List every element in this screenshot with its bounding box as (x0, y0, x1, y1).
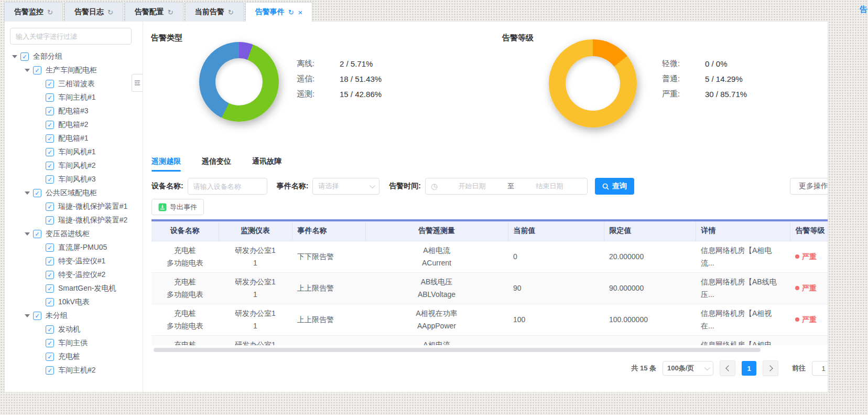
tree-node-车间风机#3[interactable]: ✓车间风机#3 (10, 173, 143, 186)
checkbox[interactable]: ✓ (46, 134, 54, 143)
checkbox[interactable]: ✓ (46, 175, 54, 184)
caret-down-icon[interactable] (12, 55, 17, 58)
table-row[interactable]: 充电桩多功能电表研发办公室11上上限告警A相视在功率AAppPower10010… (151, 304, 828, 335)
next-page-button[interactable] (763, 360, 778, 376)
subtab-通讯故障[interactable]: 通讯故障 (252, 157, 281, 172)
refresh-icon[interactable]: ↻ (168, 8, 173, 16)
tab-label: 告警日志 (74, 7, 104, 17)
refresh-icon[interactable]: ↻ (228, 8, 234, 16)
checkbox[interactable]: ✓ (46, 353, 54, 361)
checkbox[interactable]: ✓ (46, 107, 54, 115)
page-number-button[interactable]: 1 (742, 361, 756, 376)
end-date-placeholder[interactable]: 结束日期 (517, 182, 582, 191)
tree-node-车间主供[interactable]: ✓车间主供 (10, 336, 143, 350)
subtab-遥信变位[interactable]: 遥信变位 (202, 157, 231, 172)
tree-node-未分组[interactable]: ✓未分组 (10, 309, 143, 323)
checkbox[interactable]: ✓ (46, 257, 54, 265)
event-name-select[interactable]: 请选择 (312, 178, 379, 195)
caret-down-icon[interactable] (25, 191, 30, 195)
refresh-icon[interactable]: ↻ (47, 8, 53, 16)
checkbox[interactable]: ✓ (20, 52, 29, 61)
cell-limit: 20.000000 (604, 335, 696, 345)
checkbox[interactable]: ✓ (46, 366, 54, 375)
tab-告警监控[interactable]: 告警监控↻ (4, 2, 63, 22)
caret-down-icon[interactable] (25, 232, 30, 236)
tree-node-label: 车间主供 (58, 338, 88, 348)
close-icon[interactable]: × (298, 8, 303, 17)
tree-node-车间风机#1[interactable]: ✓车间风机#1 (10, 145, 143, 159)
tree-node-变压器进线柜[interactable]: ✓变压器进线柜 (10, 227, 143, 241)
tree-node-配电箱#1[interactable]: ✓配电箱#1 (10, 132, 143, 145)
export-events-button[interactable]: 导出事件 (151, 199, 204, 215)
horizontal-scrollbar[interactable] (151, 348, 828, 352)
overflow-tab-text[interactable]: 告 (860, 5, 867, 15)
checkbox[interactable]: ✓ (33, 66, 41, 75)
tab-告警日志[interactable]: 告警日志↻ (64, 2, 123, 22)
table-row[interactable]: 充电桩多功能电表研发办公室11下下限告警A相电流ACurrent020.0000… (151, 335, 828, 345)
alarm-type-donut-chart[interactable] (199, 42, 279, 122)
checkbox[interactable]: ✓ (46, 339, 54, 347)
checkbox[interactable]: ✓ (46, 284, 54, 293)
tree-node-10kV电表[interactable]: ✓10kV电表 (10, 295, 143, 309)
tree-filter-input[interactable] (10, 28, 132, 45)
tree-node-直流屏-PMU05[interactable]: ✓直流屏-PMU05 (10, 241, 143, 254)
refresh-icon[interactable]: ↻ (107, 8, 113, 16)
alarm-level-donut-chart[interactable] (549, 39, 637, 127)
prev-page-button[interactable] (720, 360, 735, 376)
tree-node-发动机[interactable]: ✓发动机 (10, 323, 143, 336)
table-row[interactable]: 充电桩多功能电表研发办公室11下下限告警A相电流ACurrent020.0000… (151, 241, 828, 272)
refresh-icon[interactable]: ↻ (288, 8, 294, 16)
severity-label: 严重 (802, 282, 817, 294)
start-date-placeholder[interactable]: 开始日期 (440, 182, 504, 191)
tree-node-车间主机#2[interactable]: ✓车间主机#2 (10, 364, 143, 377)
export-button-label: 导出事件 (170, 203, 197, 212)
caret-down-icon[interactable] (25, 69, 30, 72)
checkbox[interactable]: ✓ (33, 312, 41, 320)
tree-node-特变-温控仪#1[interactable]: ✓特变-温控仪#1 (10, 254, 143, 268)
subtab-遥测越限[interactable]: 遥测越限 (151, 157, 181, 172)
tab-当前告警[interactable]: 当前告警↻ (185, 2, 244, 22)
tree-node-车间主机#1[interactable]: ✓车间主机#1 (10, 91, 143, 104)
tree-node-SmartGen-发电机[interactable]: ✓SmartGen-发电机 (10, 282, 143, 295)
tree-node-车间风机#2[interactable]: ✓车间风机#2 (10, 159, 143, 173)
tree-node-充电桩[interactable]: ✓充电桩 (10, 350, 143, 364)
tree-node-label: 充电桩 (58, 352, 80, 361)
tree-node-全部分组[interactable]: ✓全部分组 (10, 50, 143, 63)
alarm-time-range-picker[interactable]: ◷ 开始日期 至 结束日期 (425, 178, 588, 195)
tree-node-配电箱#2[interactable]: ✓配电箱#2 (10, 118, 143, 132)
checkbox[interactable]: ✓ (33, 230, 41, 238)
checkbox[interactable]: ✓ (46, 80, 54, 88)
tab-告警事件[interactable]: 告警事件↻× (245, 2, 313, 22)
checkbox[interactable]: ✓ (46, 203, 54, 211)
query-button[interactable]: 查询 (595, 178, 634, 195)
checkbox[interactable]: ✓ (46, 243, 54, 252)
scrollbar-thumb[interactable] (154, 348, 761, 352)
checkbox[interactable]: ✓ (46, 93, 54, 102)
checkbox[interactable]: ✓ (46, 216, 54, 225)
tree-node-瑞捷-微机保护装置#1[interactable]: ✓瑞捷-微机保护装置#1 (10, 200, 143, 214)
sidebar-collapse-handle[interactable] (132, 74, 143, 92)
tree-node-特变-温控仪#2[interactable]: ✓特变-温控仪#2 (10, 268, 143, 282)
tree-node-三相谐波表[interactable]: ✓三相谐波表 (10, 77, 143, 91)
checkbox[interactable]: ✓ (46, 325, 54, 334)
table-row[interactable]: 充电桩多功能电表研发办公室11上上限告警AB线电压ABLVoltage9090.… (151, 272, 828, 304)
tree-node-配电箱#3[interactable]: ✓配电箱#3 (10, 104, 143, 118)
export-download-icon (158, 203, 167, 211)
tab-告警配置[interactable]: 告警配置↻ (125, 2, 183, 22)
checkbox[interactable]: ✓ (46, 121, 54, 129)
tree-node-生产车间配电柜[interactable]: ✓生产车间配电柜 (10, 63, 143, 77)
goto-page-input[interactable] (812, 361, 828, 376)
cell-line: 1 (224, 257, 287, 269)
cell-level: 严重 (790, 241, 828, 272)
page-size-select[interactable]: 100条/页 (663, 361, 713, 376)
caret-down-icon[interactable] (25, 314, 30, 317)
device-name-input[interactable] (188, 178, 267, 195)
more-actions-button[interactable]: 更多操作 (790, 178, 828, 195)
tree-node-瑞捷-微机保护装置#2[interactable]: ✓瑞捷-微机保护装置#2 (10, 214, 143, 227)
checkbox[interactable]: ✓ (46, 271, 54, 279)
checkbox[interactable]: ✓ (33, 189, 41, 197)
checkbox[interactable]: ✓ (46, 162, 54, 170)
tree-node-公共区域配电柜[interactable]: ✓公共区域配电柜 (10, 186, 143, 200)
checkbox[interactable]: ✓ (46, 148, 54, 156)
checkbox[interactable]: ✓ (46, 298, 54, 306)
